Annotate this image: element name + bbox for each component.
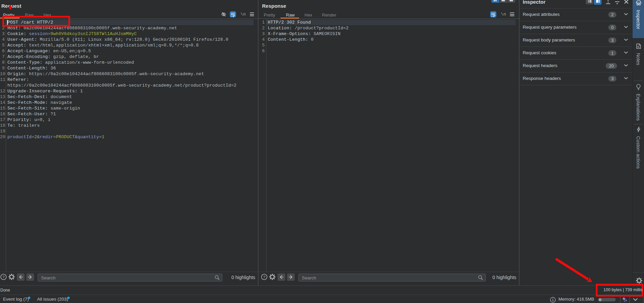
svg-text:?: ?	[263, 275, 265, 279]
svg-text:?: ?	[2, 275, 4, 279]
